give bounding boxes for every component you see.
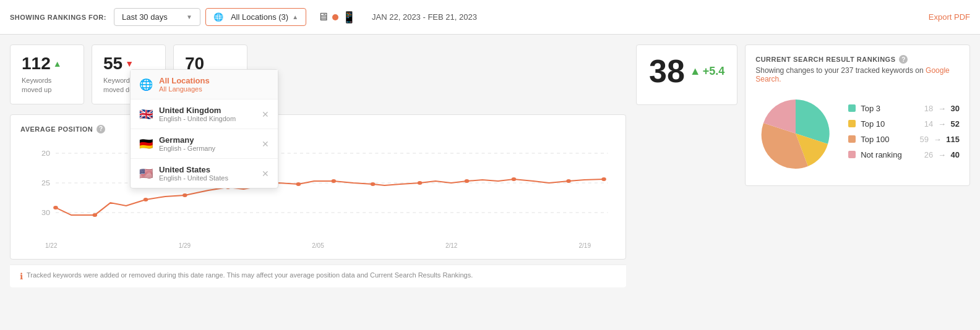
date-range: JAN 22, 2023 - FEB 21, 2023 (372, 12, 477, 22)
chevron-up-icon: ▲ (292, 14, 298, 20)
dropdown-item-us[interactable]: 🇺🇸 United States English - United States… (131, 159, 278, 188)
legend-top3: Top 3 18 → 30 (848, 104, 960, 113)
desktop-icon[interactable]: 🖥 (317, 11, 329, 23)
x-label-0: 1/22 (45, 242, 57, 249)
line-chart-svg: 20 25 30 (20, 141, 616, 240)
device-active-dot (332, 14, 338, 20)
dropdown-germany-name: Germany (159, 135, 215, 145)
legend-dot-top3 (848, 104, 856, 112)
x-label-1: 1/29 (179, 242, 191, 249)
uk-flag-icon: 🇬🇧 (139, 108, 153, 121)
svg-point-9 (183, 193, 187, 197)
x-label-2: 2/05 (312, 242, 324, 249)
svg-point-14 (371, 182, 376, 186)
legend-label-not-ranking: Not ranking (861, 150, 901, 159)
legend-values-top100: 59 → 115 (920, 135, 960, 144)
kpi-moved-up: 112 ▲ Keywordsmoved up (10, 44, 84, 104)
delta-arrow-icon: ▲ (690, 65, 701, 78)
dropdown-uk-name: United Kingdom (159, 106, 236, 115)
remove-germany-button[interactable]: ✕ (262, 139, 269, 149)
rankings-subtitle: Showing changes to your 237 tracked keyw… (755, 66, 960, 83)
legend-values-top10: 14 → 52 (924, 119, 960, 129)
device-group: 🖥 📱 (317, 11, 356, 24)
export-pdf-button[interactable]: Export PDF (929, 12, 970, 22)
legend-label-top10: Top 10 (861, 119, 885, 129)
delta-value: +5.4 (703, 65, 725, 78)
svg-point-7 (92, 213, 97, 217)
arrow-down-icon: ▼ (125, 59, 134, 69)
svg-point-12 (296, 182, 301, 186)
svg-point-17 (512, 177, 517, 181)
location-dropdown[interactable]: 🌐 All Locations (3) ▲ (205, 8, 306, 26)
svg-text:20: 20 (41, 150, 50, 157)
avg-position-chart: AVERAGE POSITION ? 20 25 30 (10, 114, 626, 260)
chart-title: AVERAGE POSITION ? (20, 125, 616, 133)
svg-text:25: 25 (41, 180, 50, 187)
legend-label-top100: Top 100 (861, 135, 889, 144)
showing-label: SHOWING RANKINGS FOR: (10, 14, 106, 21)
legend-values-top3: 18 → 30 (924, 104, 960, 113)
rankings-info-icon: ? (899, 55, 908, 64)
svg-point-18 (566, 179, 571, 183)
left-column: 112 ▲ Keywordsmoved up 55 ▼ Keywordsmove… (10, 44, 626, 287)
arrow-up-icon: ▲ (53, 59, 62, 69)
kpi-moved-up-label: Keywordsmoved up (22, 76, 72, 95)
germany-flag-icon: 🇩🇪 (139, 137, 153, 151)
dropdown-item-germany[interactable]: 🇩🇪 Germany English - Germany ✕ (131, 129, 278, 159)
chevron-down-icon: ▼ (186, 14, 192, 20)
chart-x-labels: 1/22 1/29 2/05 2/12 2/19 (20, 240, 616, 249)
location-dropdown-label: All Locations (3) (231, 12, 288, 22)
legend-values-not-ranking: 26 → 40 (924, 150, 960, 159)
date-dropdown[interactable]: Last 30 days ▼ (114, 8, 200, 26)
x-label-4: 2/19 (579, 242, 591, 249)
info-circle-icon: ℹ (20, 271, 23, 281)
location-dropdown-menu: 🌐 All Locations All Languages 🇬🇧 United … (130, 69, 278, 188)
remove-us-button[interactable]: ✕ (262, 169, 269, 179)
svg-point-6 (53, 206, 58, 209)
remove-uk-button[interactable]: ✕ (262, 109, 269, 119)
date-dropdown-label: Last 30 days (122, 12, 168, 22)
us-flag-icon: 🇺🇸 (139, 167, 153, 180)
kpi-row: 112 ▲ Keywordsmoved up 55 ▼ Keywordsmove… (10, 44, 626, 104)
avg-position-value: 38 (649, 55, 685, 87)
svg-point-8 (144, 198, 148, 201)
legend-dot-top100 (848, 135, 856, 143)
svg-point-16 (465, 179, 470, 183)
top-bar: SHOWING RANKINGS FOR: Last 30 days ▼ 🌐 A… (0, 0, 980, 35)
right-column: 38 ▲ +5.4 CURRENT SEARCH RESULT RANKINGS… (636, 44, 970, 287)
dropdown-us-sub: English - United States (159, 174, 228, 182)
info-icon: ? (97, 125, 105, 133)
dropdown-item-all-sub: All Languages (159, 85, 210, 93)
globe-icon: 🌐 (213, 12, 223, 22)
dropdown-item-all-locations[interactable]: 🌐 All Locations All Languages (131, 70, 278, 99)
svg-point-19 (601, 177, 606, 181)
svg-point-15 (418, 181, 423, 185)
dropdown-uk-sub: English - United Kingdom (159, 115, 236, 122)
avg-position-panel: 38 ▲ +5.4 (636, 44, 737, 105)
mobile-icon[interactable]: 📱 (342, 11, 356, 24)
rankings-body: Top 3 18 → 30 Top 10 (755, 93, 960, 176)
legend-label-top3: Top 3 (861, 104, 880, 113)
dropdown-germany-sub: English - Germany (159, 145, 215, 152)
avg-position-delta: ▲ +5.4 (690, 65, 724, 78)
dropdown-item-uk[interactable]: 🇬🇧 United Kingdom English - United Kingd… (131, 99, 278, 129)
legend-not-ranking: Not ranking 26 → 40 (848, 150, 960, 159)
footer-note-text: Tracked keywords were added or removed d… (27, 271, 473, 279)
kpi-moved-up-number: 112 ▲ (22, 54, 72, 74)
legend-top100: Top 100 59 → 115 (848, 135, 960, 144)
svg-text:30: 30 (41, 209, 50, 216)
footer-note: ℹ Tracked keywords were added or removed… (10, 264, 626, 287)
legend-top10: Top 10 14 → 52 (848, 119, 960, 129)
chart-area: 20 25 30 (20, 141, 616, 240)
svg-point-13 (332, 179, 337, 183)
pie-chart (755, 93, 836, 176)
legend-dot-top10 (848, 120, 856, 127)
dropdown-item-all-name: All Locations (159, 76, 210, 85)
rankings-section: CURRENT SEARCH RESULT RANKINGS ? Showing… (745, 44, 970, 186)
legend-dot-not-ranking (848, 151, 856, 158)
globe-icon: 🌐 (139, 78, 153, 91)
dropdown-us-name: United States (159, 165, 228, 174)
x-label-3: 2/12 (445, 242, 457, 249)
legend-items: Top 3 18 → 30 Top 10 (848, 104, 960, 166)
rankings-title: CURRENT SEARCH RESULT RANKINGS ? (755, 55, 960, 64)
